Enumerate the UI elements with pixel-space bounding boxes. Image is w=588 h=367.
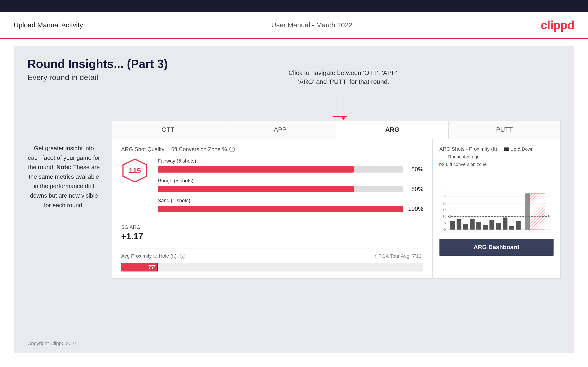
sg-section: SG ARG +1.17 (121, 224, 423, 242)
bar-sand-track (158, 206, 403, 212)
note-label: Note: (56, 164, 71, 170)
pga-avg: ↑ PGA Tour Avg: 7'10" (374, 253, 423, 259)
proximity-bar-track: 77' (121, 263, 423, 272)
svg-point-17 (449, 215, 451, 218)
tab-app[interactable]: APP (224, 121, 337, 139)
bar-rough-percent: 80% (407, 185, 423, 193)
svg-rect-24 (476, 222, 481, 230)
svg-rect-28 (503, 217, 508, 230)
svg-text:30: 30 (442, 188, 446, 192)
tab-ott[interactable]: OTT (112, 121, 224, 139)
panel-left: ARG Shot Quality 6ft Conversion Zone % ?… (112, 139, 432, 278)
bar-sand-percent: 100% (407, 205, 423, 212)
main-content: Round Insights... (Part 3) Every round i… (14, 46, 574, 353)
chart-svg: 0 5 10 15 20 25 30 (440, 170, 553, 234)
score-area: 115 Fairway (5 shots) 80% (121, 158, 423, 217)
svg-rect-29 (509, 226, 514, 230)
nav-hint: Click to navigate between 'OTT', 'APP', … (288, 68, 399, 86)
bar-fairway: Fairway (5 shots) 80% (158, 158, 423, 173)
panel-right: ARG Shots - Proximity (ft) Up & Down Rou… (432, 139, 560, 278)
svg-text:25: 25 (442, 195, 446, 199)
svg-rect-26 (489, 220, 494, 230)
chart-title: ARG Shots - Proximity (ft) (440, 146, 497, 152)
chart-area: 0 5 10 15 20 25 30 (440, 170, 553, 234)
svg-rect-18 (527, 193, 545, 230)
svg-rect-27 (496, 223, 501, 230)
clippd-logo: clippd (541, 18, 574, 32)
legend-up-down: Up & Down (504, 147, 534, 152)
bar-sand-label: Sand (1 shots) (158, 198, 423, 204)
user-manual-label: User Manual - March 2022 (271, 21, 352, 29)
shot-quality-label: ARG Shot Quality (121, 146, 164, 152)
tabs-row: OTT APP ARG PUTT (112, 121, 560, 139)
svg-text:20: 20 (442, 201, 446, 205)
legend-square-icon (504, 148, 509, 151)
conversion-zone-label: 6ft Conversion Zone % (171, 146, 227, 152)
svg-rect-21 (457, 219, 461, 230)
header: Upload Manual Activity User Manual - Mar… (0, 12, 588, 39)
legend-hatched-icon (440, 163, 444, 166)
panel-body: ARG Shot Quality 6ft Conversion Zone % ?… (112, 139, 560, 278)
top-bar (0, 0, 588, 12)
main-panel: OTT APP ARG PUTT ARG Shot Quality 6ft Co… (112, 121, 561, 279)
bar-sand-row: 100% (158, 205, 423, 212)
arrow-vertical (340, 98, 340, 116)
bar-fairway-label: Fairway (5 shots) (158, 158, 423, 164)
svg-rect-30 (516, 221, 521, 230)
bar-rough-row: 80% (158, 185, 423, 193)
sg-value: +1.17 (121, 232, 423, 242)
bar-fairway-track (158, 166, 403, 173)
bar-fairway-row: 80% (158, 166, 423, 173)
arrow-annotation (333, 98, 347, 120)
left-description: Get greater insight into each facet of y… (27, 144, 100, 210)
svg-rect-23 (470, 219, 475, 230)
svg-rect-31 (525, 193, 530, 230)
svg-text:8: 8 (548, 214, 550, 218)
legend-round-avg: Round Average (440, 154, 480, 159)
svg-text:10: 10 (442, 214, 446, 218)
arg-section-header: ARG Shot Quality 6ft Conversion Zone % ? (121, 146, 423, 152)
bar-sand: Sand (1 shots) 100% (158, 198, 423, 212)
bar-fairway-percent: 80% (407, 166, 423, 173)
svg-text:0: 0 (444, 227, 446, 231)
bar-fairway-fill (158, 166, 354, 173)
sg-label: SG ARG (121, 224, 423, 230)
proximity-section: Avg Proximity to Hole (ft) ? ↑ PGA Tour … (121, 248, 423, 272)
proximity-help-icon[interactable]: ? (180, 254, 185, 259)
svg-text:5: 5 (444, 221, 446, 225)
arrow-down (341, 117, 346, 120)
svg-text:15: 15 (442, 208, 446, 212)
proximity-header: Avg Proximity to Hole (ft) ? ↑ PGA Tour … (121, 253, 423, 259)
bars-section: Fairway (5 shots) 80% Rough (5 shots) (158, 158, 423, 217)
bar-rough-track (158, 186, 403, 192)
svg-rect-22 (463, 224, 468, 230)
legend-conv-zone: 6 ft conversion zone (440, 162, 549, 167)
upload-manual-label: Upload Manual Activity (14, 21, 83, 29)
hexagon-score: 115 (121, 158, 148, 183)
hex-score-value: 115 (129, 167, 141, 175)
chart-header: ARG Shots - Proximity (ft) Up & Down Rou… (440, 146, 553, 159)
proximity-bar-fill: 77' (121, 263, 157, 272)
footer-copyright: Copyright Clippd 2021 (27, 341, 77, 346)
tab-arg[interactable]: ARG (336, 121, 449, 139)
bar-rough-label: Rough (5 shots) (158, 178, 423, 184)
tab-putt[interactable]: PUTT (449, 121, 561, 139)
proximity-value: 77' (148, 264, 155, 270)
svg-rect-25 (483, 225, 488, 230)
proximity-title: Avg Proximity to Hole (ft) ? (121, 253, 185, 259)
bar-rough: Rough (5 shots) 80% (158, 178, 423, 193)
legend-dashed-icon (440, 157, 446, 157)
arg-dashboard-button[interactable]: ARG Dashboard (440, 239, 553, 256)
bar-rough-fill (158, 186, 354, 192)
help-icon[interactable]: ? (229, 147, 235, 152)
bar-sand-fill (158, 206, 403, 212)
proximity-cursor (157, 263, 158, 272)
svg-rect-20 (450, 221, 455, 230)
